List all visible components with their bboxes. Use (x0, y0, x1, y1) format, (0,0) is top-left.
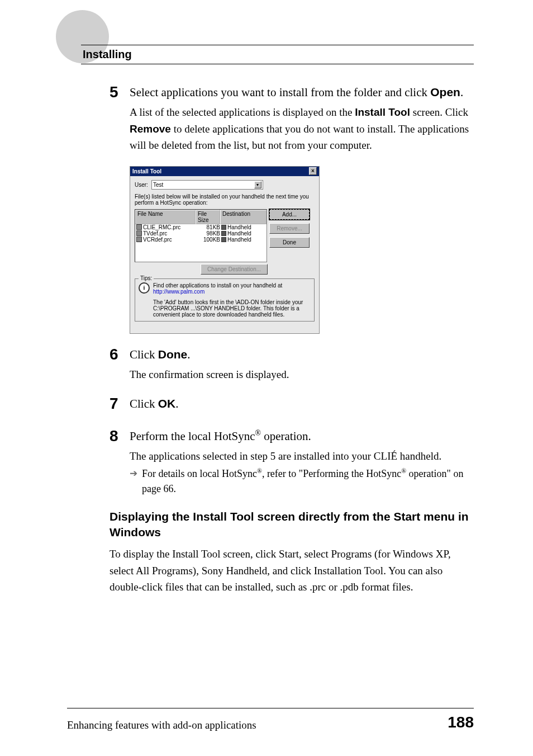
step-number: 5 (110, 84, 130, 154)
tips-label: Tips: (139, 275, 154, 281)
handheld-icon (221, 225, 226, 230)
step-7-bold: OK (158, 397, 176, 410)
step-number: 8 (110, 428, 130, 497)
step-8-detail: The applications selected in step 5 are … (130, 448, 474, 464)
header-bar: Installing (81, 45, 474, 64)
col-filename: File Name (135, 210, 196, 224)
tips-box: Tips: i Find other applications to insta… (135, 278, 315, 322)
file-list-table: File Name File Size Destination CLIE_RMC… (135, 209, 267, 262)
done-button[interactable]: Done (269, 237, 310, 248)
cell-size: 81KB (197, 224, 220, 230)
add-button[interactable]: Add... (269, 209, 310, 220)
tips-line1: Find other applications to install on yo… (153, 282, 282, 289)
table-row[interactable]: TVdef.prc 98KB Handheld (135, 230, 266, 237)
step-8-suffix: operation. (261, 429, 311, 443)
table-row[interactable]: CLIE_RMC.prc 81KB Handheld (135, 224, 266, 230)
page-number: 188 (448, 714, 474, 731)
sp-h: All Programs (136, 565, 193, 577)
step-5-detail-b: Install Tool (355, 106, 410, 118)
step-6-suffix: . (187, 348, 190, 361)
cell-size: 100KB (197, 237, 220, 243)
col-destination: Destination (220, 210, 266, 224)
step-8: 8 Perform the local HotSync® operation. … (110, 428, 474, 497)
step-number: 7 (110, 395, 130, 415)
handheld-icon (221, 237, 226, 242)
tips-desc: The 'Add' button looks first in the \ADD… (153, 299, 311, 318)
file-icon (136, 237, 142, 242)
step-7-text: Click (130, 397, 158, 410)
cell-dest: Handheld (227, 237, 251, 243)
main-content: 5 Select applications you want to instal… (0, 64, 533, 596)
sp-b: Install Tool (172, 548, 220, 560)
close-icon[interactable]: × (309, 167, 317, 175)
screenshot-titlebar: Install Tool × (130, 167, 319, 176)
sp-a: To display the (110, 548, 172, 560)
chevron-down-icon: ▾ (254, 181, 261, 188)
handheld-icon (221, 231, 226, 236)
sp-f: Programs (331, 548, 372, 560)
page-footer: Enhancing features with add-on applicati… (67, 708, 474, 731)
info-icon: i (139, 282, 150, 294)
sp-d: Start (279, 548, 299, 560)
step-5-detail-c: screen. Click (410, 106, 468, 118)
footer-text: Enhancing features with add-on applicati… (67, 719, 256, 731)
screenshot-title: Install Tool (132, 168, 161, 174)
user-label: User: (135, 182, 148, 188)
sp-k: , and click (267, 565, 313, 577)
arrow-a: For details on local HotSync (142, 468, 257, 479)
table-row[interactable]: VCRdef.prc 100KB Handheld (135, 237, 266, 243)
step-5-detail-e: to delete applications that you do not w… (130, 123, 469, 151)
step-number: 6 (110, 346, 130, 383)
arrow-sup1: ® (257, 467, 262, 475)
tips-link[interactable]: http://www.palm.com (153, 289, 204, 295)
arrow-b: , refer to "Performing the HotSync (262, 468, 401, 479)
cell-name: CLIE_RMC.prc (143, 224, 197, 230)
step-8-text: Perform the local HotSync (130, 429, 255, 443)
step-5-detail-a: A list of the selected applications is d… (130, 106, 355, 118)
page-header: Installing (0, 0, 533, 64)
step-6-bold: Done (158, 348, 188, 361)
remove-button[interactable]: Remove... (269, 223, 310, 234)
cell-name: VCRdef.prc (143, 237, 197, 243)
step-5-bold: Open (430, 86, 460, 98)
change-destination-button[interactable]: Change Destination... (201, 264, 268, 275)
step-7: 7 Click OK. (110, 395, 474, 415)
sp-l: Installation Tool (314, 565, 383, 577)
user-value: Test (153, 182, 163, 188)
step-8-sup: ® (255, 429, 261, 437)
user-dropdown[interactable]: Test ▾ (151, 180, 263, 190)
step-6: 6 Click Done. The confirmation screen is… (110, 346, 474, 383)
step-6-detail: The confirmation screen is displayed. (130, 366, 474, 382)
step-5-detail-d: Remove (130, 123, 171, 135)
screenshot-note: File(s) listed below will be installed o… (135, 193, 315, 206)
subsection-paragraph: To display the Install Tool screen, clic… (110, 546, 474, 595)
step-7-suffix: . (175, 397, 178, 410)
sp-e: , select (299, 548, 331, 560)
step-6-text: Click (130, 348, 158, 361)
header-title: Installing (83, 48, 132, 61)
col-filesize: File Size (196, 210, 220, 224)
arrow-icon: ➔ (130, 466, 142, 497)
cell-name: TVdef.prc (143, 230, 197, 237)
sp-c: screen, click (221, 548, 279, 560)
install-tool-screenshot: Install Tool × User: Test ▾ File(s) list… (130, 166, 320, 334)
sp-j: Sony Handheld (202, 565, 268, 577)
cell-dest: Handheld (227, 224, 251, 230)
step-5-text: Select applications you want to install … (130, 86, 430, 99)
step-5-suffix: . (460, 86, 463, 99)
sp-i: ), (193, 565, 202, 577)
cell-size: 98KB (197, 230, 220, 237)
step-5: 5 Select applications you want to instal… (110, 84, 474, 154)
file-icon (136, 230, 142, 236)
reference-bullet: ➔ For details on local HotSync®, refer t… (130, 466, 474, 497)
file-icon (136, 224, 142, 230)
cell-dest: Handheld (227, 230, 251, 237)
subsection-heading: Displaying the Install Tool screen direc… (110, 509, 474, 541)
arrow-sup2: ® (401, 467, 406, 475)
